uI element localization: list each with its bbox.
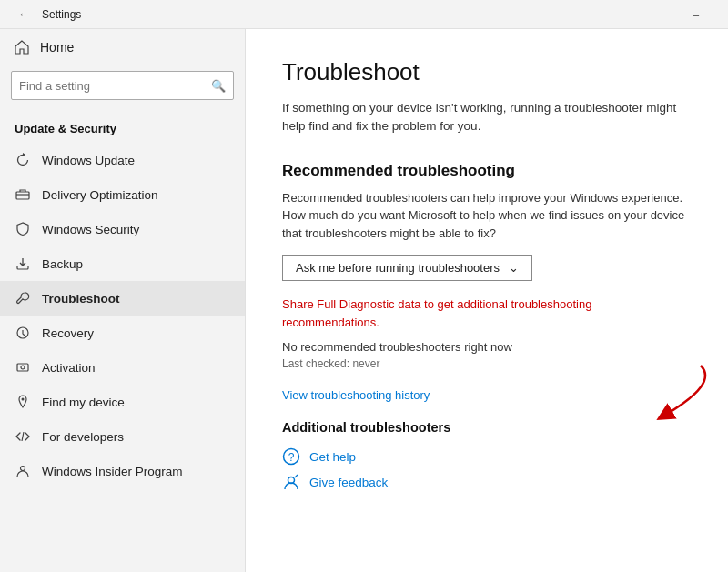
delivery-icon <box>15 186 31 203</box>
sidebar: Home 🔍 Update & Security Windows Update <box>0 29 246 572</box>
delivery-optimization-label: Delivery Optimization <box>42 188 158 202</box>
intro-text: If something on your device isn't workin… <box>282 99 692 136</box>
location-icon <box>15 394 31 410</box>
back-button[interactable]: ← <box>11 2 36 27</box>
page-title: Troubleshoot <box>282 58 692 86</box>
share-diagnostic-link[interactable]: Share Full Diagnostic data to get additi… <box>282 296 692 331</box>
sidebar-item-home[interactable]: Home <box>0 29 245 65</box>
backup-label: Backup <box>42 257 83 271</box>
sidebar-item-delivery-optimization[interactable]: Delivery Optimization <box>0 177 245 212</box>
svg-point-3 <box>21 366 25 369</box>
windows-security-label: Windows Security <box>42 223 139 236</box>
windows-update-label: Windows Update <box>42 154 135 167</box>
svg-point-4 <box>22 398 25 401</box>
app-title: Settings <box>42 8 81 21</box>
backup-icon <box>15 256 31 272</box>
view-history-link[interactable]: View troubleshooting history <box>282 388 692 402</box>
shield-icon <box>15 221 31 237</box>
arrow-container: Additional troubleshooters <box>282 420 692 435</box>
dropdown-label: Ask me before running troubleshooters <box>296 261 500 275</box>
sidebar-item-for-developers[interactable]: For developers <box>0 419 245 454</box>
last-checked: Last checked: never <box>282 357 692 370</box>
get-help-label: Get help <box>309 450 356 464</box>
chevron-down-icon: ⌄ <box>509 261 519 275</box>
home-label: Home <box>40 40 74 55</box>
refresh-icon <box>15 152 31 168</box>
troubleshoot-label: Troubleshoot <box>42 292 120 306</box>
additional-section-title: Additional troubleshooters <box>282 420 692 435</box>
svg-rect-0 <box>16 192 29 199</box>
home-icon <box>15 40 29 55</box>
for-developers-label: For developers <box>42 430 124 444</box>
windows-insider-label: Windows Insider Program <box>42 465 183 478</box>
give-feedback-icon <box>282 473 300 491</box>
sidebar-item-troubleshoot[interactable]: Troubleshoot <box>0 281 245 316</box>
get-help-icon: ? <box>282 447 300 466</box>
activation-label: Activation <box>42 361 96 375</box>
recovery-label: Recovery <box>42 326 94 340</box>
give-feedback-item[interactable]: Give feedback <box>282 473 692 491</box>
svg-text:?: ? <box>288 451 295 464</box>
developer-icon <box>15 428 31 445</box>
recommended-desc: Recommended troubleshooters can help imp… <box>282 189 692 243</box>
content-area: Troubleshoot If something on your device… <box>246 29 728 572</box>
search-box[interactable]: 🔍 <box>11 71 234 100</box>
recommended-section-title: Recommended troubleshooting <box>282 162 692 180</box>
search-input[interactable] <box>19 79 211 93</box>
wrench-icon <box>15 290 31 306</box>
svg-rect-2 <box>17 364 28 371</box>
give-feedback-label: Give feedback <box>309 476 388 489</box>
insider-icon <box>15 463 31 479</box>
title-bar: ← Settings – <box>0 0 728 29</box>
sidebar-section-label: Update & Security <box>0 109 245 143</box>
app-body: Home 🔍 Update & Security Windows Update <box>0 29 728 572</box>
svg-point-5 <box>21 467 25 471</box>
activation-icon <box>15 359 31 376</box>
sidebar-item-windows-security[interactable]: Windows Security <box>0 212 245 246</box>
get-help-item[interactable]: ? Get help <box>282 447 692 466</box>
window-controls: – <box>675 0 717 29</box>
sidebar-item-find-my-device[interactable]: Find my device <box>0 385 245 419</box>
sidebar-item-recovery[interactable]: Recovery <box>0 316 245 350</box>
sidebar-item-activation[interactable]: Activation <box>0 350 245 385</box>
sidebar-item-windows-insider[interactable]: Windows Insider Program <box>0 454 245 488</box>
minimize-button[interactable]: – <box>675 0 717 29</box>
status-text: No recommended troubleshooters right now <box>282 340 692 354</box>
search-icon: 🔍 <box>211 79 226 93</box>
recovery-icon <box>15 325 31 341</box>
troubleshooter-dropdown[interactable]: Ask me before running troubleshooters ⌄ <box>282 255 532 281</box>
sidebar-item-backup[interactable]: Backup <box>0 246 245 281</box>
find-my-device-label: Find my device <box>42 396 125 409</box>
sidebar-item-windows-update[interactable]: Windows Update <box>0 143 245 177</box>
